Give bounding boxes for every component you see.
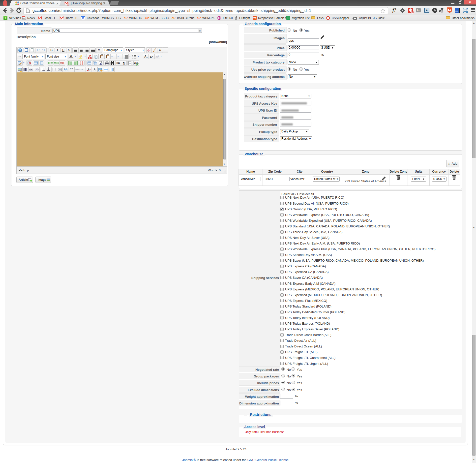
svg-text:1: 1 <box>124 55 125 57</box>
svg-text:2: 2 <box>124 57 125 59</box>
